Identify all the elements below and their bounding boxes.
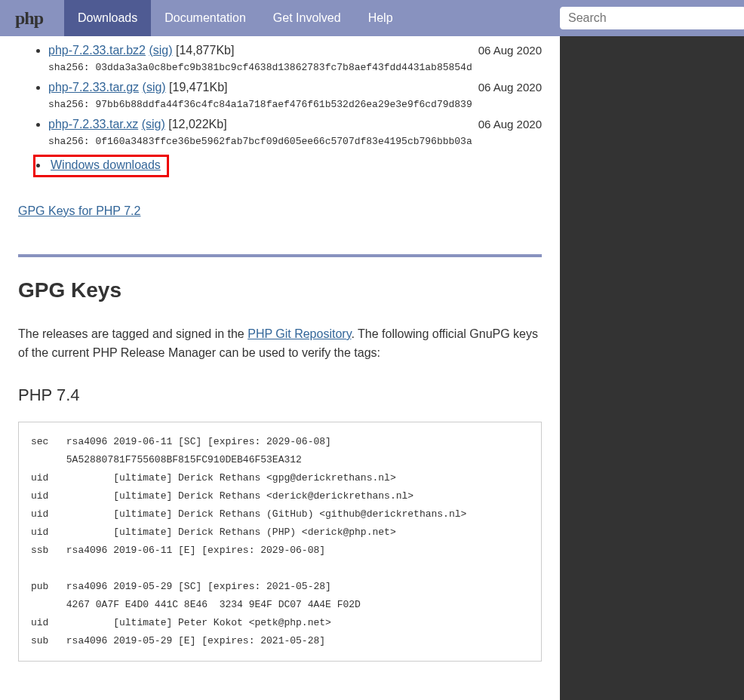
sig-link[interactable]: (sig) <box>142 118 165 130</box>
sha-label: sha256: <box>48 62 90 73</box>
sha-label: sha256: <box>48 99 90 110</box>
download-item: php-7.2.33.tar.xz (sig) [12,022Kb] 06 Au… <box>48 118 542 147</box>
sig-link[interactable]: (sig) <box>149 44 172 57</box>
nav-downloads[interactable]: Downloads <box>64 0 151 36</box>
file-link[interactable]: php-7.2.33.tar.xz <box>48 118 138 130</box>
download-item: php-7.2.33.tar.bz2 (sig) [14,877Kb] 06 A… <box>48 44 542 73</box>
php-logo[interactable]: php <box>15 8 43 29</box>
nav-help[interactable]: Help <box>355 0 407 36</box>
main-column: php-7.2.33.tar.bz2 (sig) [14,877Kb] 06 A… <box>0 36 560 700</box>
sha-value: 0f160a3483ffce36be5962fab7bcf09d605ee66c… <box>95 136 472 147</box>
file-date: 06 Aug 2020 <box>478 44 542 57</box>
sha-line: sha256: 0f160a3483ffce36be5962fab7bcf09d… <box>48 136 542 147</box>
download-list: php-7.2.33.tar.bz2 (sig) [14,877Kb] 06 A… <box>18 44 542 177</box>
search-input[interactable] <box>560 7 744 29</box>
sub-title: PHP 7.4 <box>18 385 542 405</box>
search-container <box>560 7 744 29</box>
windows-downloads-link[interactable]: Windows downloads <box>51 158 161 171</box>
sha-line: sha256: 03dda3a3a0c8befc9b381bc9cf4638d1… <box>48 62 542 73</box>
gpg-keys-link[interactable]: GPG Keys for PHP 7.2 <box>18 204 140 218</box>
sha-value: 03dda3a3a0c8befc9b381bc9cf4638d13862783f… <box>95 62 472 73</box>
sig-link[interactable]: (sig) <box>143 81 166 94</box>
file-date: 06 Aug 2020 <box>478 118 542 130</box>
file-date: 06 Aug 2020 <box>478 81 542 94</box>
sha-value: 97bb6b88ddfa44f36c4fc84a1a718faef476f61b… <box>95 99 472 110</box>
top-navigation: php Downloads Documentation Get Involved… <box>0 0 744 36</box>
download-item-windows: Windows downloads <box>48 155 542 177</box>
file-link[interactable]: php-7.2.33.tar.gz <box>48 81 139 94</box>
file-link[interactable]: php-7.2.33.tar.bz2 <box>48 44 146 57</box>
intro-pre: The releases are tagged and signed in th… <box>18 327 247 340</box>
file-size: [19,471Kb] <box>169 81 227 94</box>
sha-line: sha256: 97bb6b88ddfa44f36c4fc84a1a718fae… <box>48 99 542 110</box>
nav-documentation[interactable]: Documentation <box>151 0 260 36</box>
sha-label: sha256: <box>48 136 90 147</box>
download-item: php-7.2.33.tar.gz (sig) [19,471Kb] 06 Au… <box>48 81 542 110</box>
content-area: php-7.2.33.tar.bz2 (sig) [14,877Kb] 06 A… <box>0 44 560 684</box>
file-size: [12,022Kb] <box>168 118 226 130</box>
page-wrapper: php-7.2.33.tar.bz2 (sig) [14,877Kb] 06 A… <box>0 36 744 700</box>
php-git-repo-link[interactable]: PHP Git Repository <box>247 327 351 340</box>
nav-get-involved[interactable]: Get Involved <box>260 0 355 36</box>
section-title: GPG Keys <box>18 278 542 302</box>
highlight-box: Windows downloads <box>33 155 169 177</box>
section-separator <box>18 254 542 257</box>
sidebar <box>560 36 744 700</box>
intro-paragraph: The releases are tagged and signed in th… <box>18 325 542 363</box>
file-size: [14,877Kb] <box>176 44 234 57</box>
gpg-key-block: sec rsa4096 2019-06-11 [SC] [expires: 20… <box>18 422 542 662</box>
